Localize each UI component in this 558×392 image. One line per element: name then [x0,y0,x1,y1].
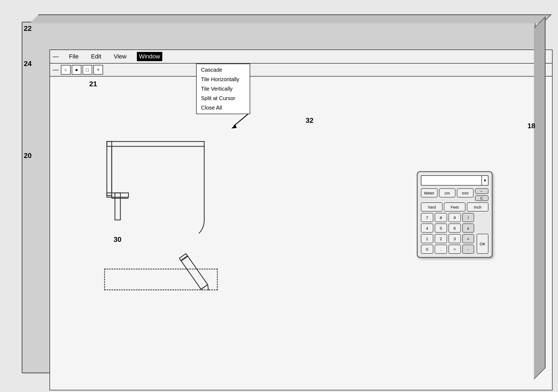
calc-unit-row1: Meter cm mm ← C [421,188,488,201]
calc-btn-plus[interactable]: + [462,234,474,243]
label-24: 24 [24,60,32,68]
calc-unit-row2: Yard Feet Inch [421,202,488,212]
menu-close-all[interactable]: Close All [197,103,250,113]
content-area: ▼ Meter cm mm ← C Yard [50,77,552,390]
calc-display-dropdown[interactable]: ▼ [481,176,488,185]
calc-numpad: 7 8 9 4 5 6 1 2 3 0 . = [421,213,461,254]
window-dropdown-menu: Cascade Tile Horizontally Tile Verticall… [196,64,250,114]
calc-btn-yard[interactable]: Yard [421,202,443,212]
calc-btn-divide[interactable]: / [462,213,474,222]
screen: — File Edit View Window — ○ ● □ + Cascad… [49,50,553,390]
label-32: 32 [306,116,313,125]
calc-number-section: 7 8 9 4 5 6 1 2 3 0 . = [421,213,488,254]
calc-btn-7[interactable]: 7 [421,213,433,222]
menu-file[interactable]: File [67,52,81,61]
outer-box: — File Edit View Window — ○ ● □ + Cascad… [22,22,536,373]
toolbar: — ○ ● □ + [50,64,552,77]
calc-btn-2[interactable]: 2 [435,234,447,243]
toolbar-plus-btn[interactable]: + [93,65,103,75]
label-21: 21 [89,80,97,88]
calc-btn-meter[interactable]: Meter [421,188,438,197]
calc-btn-dot[interactable]: . [435,245,447,254]
menu-split[interactable]: Split at Cursor [197,94,250,103]
desk-drawing [99,139,223,242]
calc-btn-3[interactable]: 3 [448,234,461,243]
svg-line-0 [234,112,250,126]
calc-btn-equals[interactable]: = [448,245,461,254]
menu-window[interactable]: Window [137,52,162,61]
svg-rect-4 [107,193,128,197]
calc-btn-c[interactable]: C [475,195,488,201]
calc-display: ▼ [421,175,488,186]
toolbar-dot-btn[interactable]: ● [72,65,81,75]
toolbar-dash: — [53,66,59,73]
toolbar-square-btn[interactable]: □ [82,65,92,75]
menu-tile-v[interactable]: Tile Vertically [197,84,250,94]
calc-btn-inch[interactable]: Inch [467,202,488,212]
calc-btn-0[interactable]: 0 [421,245,433,254]
calc-btn-9[interactable]: 9 [448,213,461,222]
calc-btn-cm[interactable]: cm [439,188,456,197]
menubar: — File Edit View Window [50,50,552,64]
menu-edit[interactable]: Edit [89,52,103,61]
svg-marker-1 [231,124,237,129]
menu-cascade[interactable]: Cascade [197,65,250,75]
selection-box [104,269,218,290]
menu-view[interactable]: View [111,52,128,61]
calc-btn-8[interactable]: 8 [435,213,447,222]
calc-btn-1[interactable]: 1 [421,234,433,243]
calc-btn-4[interactable]: 4 [421,223,433,233]
calc-btn-6[interactable]: 6 [448,223,461,233]
menu-tile-h[interactable]: Tile Horizontally [197,75,250,84]
svg-rect-9 [179,253,188,261]
toolbar-circle-btn[interactable]: ○ [61,65,71,75]
calc-btn-feet[interactable]: Feet [444,202,465,212]
calc-btn-backspace[interactable]: ← [475,188,488,194]
calculator: ▼ Meter cm mm ← C Yard [417,171,493,258]
calc-btn-minus[interactable]: - [462,245,474,254]
menu-dash: — [53,53,59,60]
svg-rect-3 [107,141,112,196]
svg-rect-2 [107,141,204,146]
calc-btn-multiply[interactable]: x [462,223,474,233]
label-18: 18 [527,122,535,130]
calc-ops: / x + - [462,213,474,254]
label-30: 30 [114,235,121,244]
calc-btn-mm[interactable]: mm [457,188,474,197]
label-22: 22 [24,24,32,33]
calc-btn-ok[interactable]: OK [477,234,488,254]
label-20: 20 [24,151,32,160]
calc-btn-5[interactable]: 5 [435,223,447,233]
calc-unit-col: Meter cm mm [421,188,474,201]
